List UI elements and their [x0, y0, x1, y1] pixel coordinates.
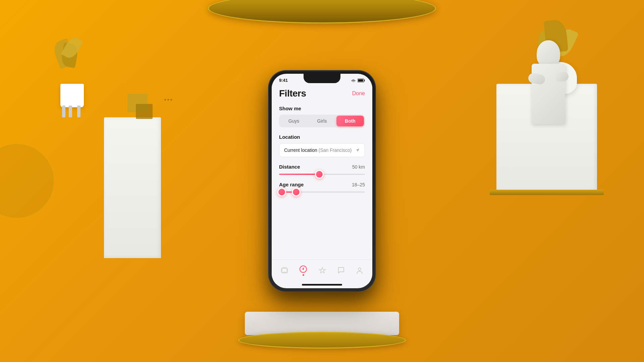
distance-fill — [279, 174, 319, 175]
distance-thumb[interactable] — [315, 170, 324, 179]
person-nav-icon — [356, 267, 363, 274]
deco-statue — [527, 40, 570, 151]
star-nav-icon — [319, 267, 326, 274]
phone-device: 9:41 — [268, 70, 376, 292]
distance-label: Distance — [279, 164, 300, 170]
wifi-icon — [351, 78, 356, 82]
phone-notch — [304, 74, 340, 83]
age-range-slider[interactable] — [279, 191, 365, 193]
phone-shell: 9:41 — [268, 70, 376, 292]
filters-content: Show me Guys Girls Both Location Current… — [272, 103, 372, 259]
compass-nav-icon — [299, 265, 307, 273]
deco-left-column — [104, 117, 161, 258]
svg-rect-1 — [364, 79, 365, 81]
distance-value: 50 km — [352, 164, 365, 170]
age-range-value: 18–25 — [352, 182, 365, 187]
location-input[interactable]: Current location (San Francisco) — [279, 143, 365, 157]
page-title: Filters — [279, 88, 306, 99]
deco-boxes-left — [127, 94, 161, 127]
home-indicator — [302, 284, 342, 286]
both-option[interactable]: Both — [336, 116, 364, 126]
deco-left-plant — [55, 40, 89, 107]
age-range-section: Age range 18–25 — [279, 182, 365, 193]
location-text: Current location (San Francisco) — [284, 147, 353, 153]
girls-option[interactable]: Girls — [308, 116, 336, 126]
nav-discover-dot — [303, 274, 304, 276]
distance-section: Distance 50 km — [279, 164, 365, 175]
cards-nav-icon — [281, 267, 288, 274]
gender-selector: Guys Girls Both — [279, 115, 365, 127]
show-me-label: Show me — [279, 106, 365, 111]
location-arrow-icon — [355, 148, 360, 153]
battery-icon — [358, 78, 365, 82]
show-me-section: Show me Guys Girls Both — [279, 106, 365, 127]
bottom-navigation — [272, 259, 372, 284]
chat-nav-icon — [337, 267, 345, 274]
svg-rect-2 — [358, 79, 363, 81]
location-section: Location Current location (San Francisco… — [279, 134, 365, 157]
svg-point-8 — [358, 268, 361, 270]
status-time: 9:41 — [279, 78, 288, 83]
phone-screen: 9:41 — [272, 74, 372, 288]
app-header: Filters Done — [272, 85, 372, 103]
deco-dots — [164, 99, 172, 101]
age-range-thumb-left[interactable] — [277, 188, 286, 196]
guys-option[interactable]: Guys — [280, 116, 308, 126]
distance-slider[interactable] — [279, 174, 365, 175]
deco-right-shelf-edge — [490, 190, 604, 195]
age-range-header: Age range 18–25 — [279, 182, 365, 187]
deco-ring-top — [208, 0, 436, 23]
deco-circle-left — [0, 144, 54, 218]
status-icons — [351, 78, 365, 82]
done-button[interactable]: Done — [352, 90, 365, 97]
nav-profile[interactable] — [352, 265, 367, 276]
nav-cards[interactable] — [277, 265, 292, 276]
distance-header: Distance 50 km — [279, 164, 365, 170]
location-city: (San Francisco) — [319, 147, 352, 153]
location-current: Current location — [284, 147, 317, 153]
age-range-thumb-right[interactable] — [292, 188, 301, 196]
location-label: Location — [279, 134, 365, 140]
age-range-label: Age range — [279, 182, 304, 187]
deco-ring-bottom — [238, 332, 406, 349]
nav-favorites[interactable] — [315, 265, 330, 276]
nav-discover[interactable] — [295, 264, 311, 277]
nav-chat[interactable] — [333, 265, 349, 276]
screen-content: Filters Done Show me Guys Girls Both — [272, 85, 372, 288]
